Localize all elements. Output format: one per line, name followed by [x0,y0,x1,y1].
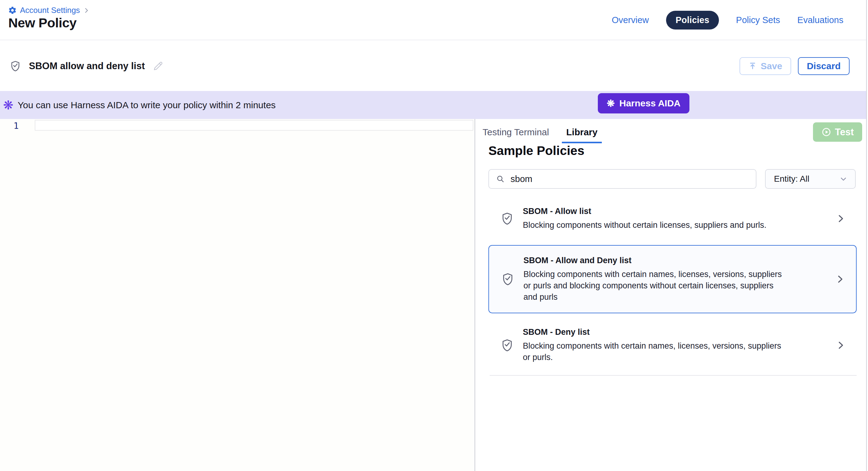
page-title: New Policy [8,16,76,30]
policy-code-editor[interactable]: 1 [0,119,475,471]
chevron-right-icon [835,274,845,285]
right-edge-divider [866,0,867,471]
nav-tab-evaluations[interactable]: Evaluations [797,15,843,25]
library-panel: Testing Terminal Library Test Sample Pol… [476,119,866,471]
test-button[interactable]: Test [813,122,862,142]
policy-card-description: Blocking components with certain names, … [523,340,786,363]
policy-toolbar: SBOM allow and deny list Save Discard [0,41,866,91]
panel-tabs: Testing Terminal Library [481,127,602,143]
policy-card-title: SBOM - Deny list [523,327,827,337]
shield-check-icon [9,60,22,72]
policy-card-title: SBOM - Allow list [523,207,827,216]
policy-search-box [488,169,756,189]
policy-card-body: SBOM - Deny list Blocking components wit… [523,327,827,363]
nav-tab-policies-active[interactable]: Policies [666,11,719,30]
aida-banner-message: You can use Harness AIDA to write your p… [18,100,276,110]
search-icon [496,174,505,183]
policy-card-description: Blocking components with certain names, … [523,269,786,303]
discard-button[interactable]: Discard [798,57,849,75]
aida-button-sparkle-icon: ❋ [607,99,615,108]
sample-policies-heading: Sample Policies [488,144,584,158]
breadcrumb: Account Settings [8,5,90,15]
policy-search-input[interactable] [510,174,738,184]
account-settings-gear-icon [8,6,17,15]
save-button-label: Save [761,61,782,71]
aida-sparkle-icon: ❋ [3,99,13,111]
policy-name: SBOM allow and deny list [29,61,145,71]
aida-button-label: Harness AIDA [619,98,681,109]
editor-line-number: 1 [13,121,19,131]
policy-card-body: SBOM - Allow list Blocking components wi… [523,207,827,231]
test-button-label: Test [835,127,854,138]
policy-card-body: SBOM - Allow and Deny list Blocking comp… [523,256,826,303]
edit-pencil-icon[interactable] [152,60,164,72]
policy-name-group: SBOM allow and deny list [9,60,164,72]
upload-icon [748,62,757,70]
discard-button-label: Discard [807,61,841,71]
harness-aida-button[interactable]: ❋ Harness AIDA [598,93,689,113]
breadcrumb-link-account-settings[interactable]: Account Settings [20,5,80,15]
shield-check-icon [501,271,515,287]
policy-card-description: Blocking components without certain lice… [523,219,786,231]
tab-library[interactable]: Library [562,127,602,143]
toolbar-actions: Save Discard [740,57,849,75]
policy-card-sbom-allow-list[interactable]: SBOM - Allow list Blocking components wi… [488,201,857,236]
nav-tab-overview[interactable]: Overview [612,15,649,25]
top-nav: Overview Policies Policy Sets Evaluation… [612,0,843,40]
play-circle-icon [821,127,831,137]
breadcrumb-chevron-icon [83,7,90,14]
editor-current-line[interactable] [35,120,473,131]
policy-card-sbom-allow-and-deny-list[interactable]: SBOM - Allow and Deny list Blocking comp… [488,245,857,313]
cards-divider [490,375,857,376]
aida-banner: ❋ You can use Harness AIDA to write your… [0,91,866,119]
tab-testing-terminal[interactable]: Testing Terminal [481,127,550,142]
chevron-right-icon [835,340,846,351]
shield-check-icon [500,211,514,226]
entity-filter-value: Entity: All [774,174,809,184]
entity-filter-dropdown[interactable]: Entity: All [765,169,856,189]
shield-check-icon [500,337,514,353]
chevron-down-icon [839,175,848,183]
policy-card-sbom-deny-list[interactable]: SBOM - Deny list Blocking components wit… [488,324,857,367]
page-header: Account Settings New Policy Overview Pol… [0,0,866,40]
nav-tab-policy-sets[interactable]: Policy Sets [736,15,780,25]
chevron-right-icon [835,213,846,224]
save-button[interactable]: Save [740,57,791,75]
policy-card-title: SBOM - Allow and Deny list [523,256,826,265]
